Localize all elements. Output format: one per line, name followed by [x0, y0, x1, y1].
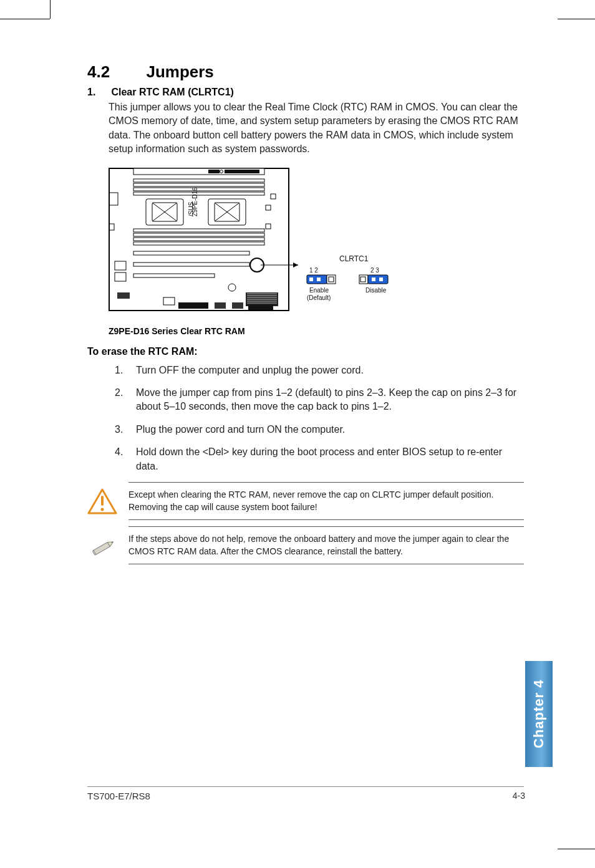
caution-icon — [87, 488, 117, 514]
svg-rect-0 — [109, 168, 289, 311]
svg-rect-59 — [372, 277, 375, 281]
step-num: 1. — [115, 364, 136, 377]
svg-rect-28 — [115, 272, 126, 281]
svg-rect-27 — [115, 261, 126, 270]
step-num: 3. — [115, 423, 136, 436]
crop-mark — [558, 19, 595, 19]
svg-rect-22 — [109, 193, 118, 205]
svg-rect-8 — [133, 192, 264, 195]
step-text: Move the jumper cap from pins 1–2 (defau… — [136, 386, 524, 414]
item-number: 1. — [87, 87, 109, 98]
svg-rect-41 — [215, 302, 226, 309]
svg-rect-21 — [266, 224, 271, 229]
svg-text:(Default): (Default) — [307, 294, 331, 301]
caution-text: Except when clearing the RTC RAM, never … — [128, 482, 524, 520]
svg-text:2   3: 2 3 — [370, 267, 379, 274]
svg-text:Disable: Disable — [365, 287, 387, 294]
svg-point-64 — [101, 508, 104, 511]
svg-rect-57 — [368, 275, 388, 284]
figure-caption: Z9PE-D16 Series Clear RTC RAM — [109, 326, 524, 336]
step-num: 4. — [115, 445, 136, 473]
section-title: Jumpers — [146, 62, 213, 81]
svg-rect-49 — [327, 275, 336, 284]
svg-rect-42 — [232, 302, 243, 309]
svg-text:Z9PE-D16: Z9PE-D16 — [191, 186, 198, 216]
motherboard-diagram: /SUS Z9PE-D16 — [109, 168, 524, 336]
note-text: If the steps above do not help, remove t… — [128, 526, 524, 564]
svg-rect-9 — [133, 229, 264, 232]
section-number: 4.2 — [87, 62, 143, 82]
svg-rect-25 — [133, 263, 249, 266]
svg-rect-26 — [133, 274, 215, 277]
svg-rect-12 — [133, 242, 264, 245]
svg-rect-5 — [133, 179, 264, 182]
svg-rect-23 — [109, 224, 114, 230]
footer-product: TS700-E7/RS8 — [87, 791, 150, 801]
svg-rect-51 — [317, 277, 321, 281]
crop-mark — [0, 19, 50, 19]
erase-steps: 1.Turn OFF the computer and unplug the p… — [115, 364, 524, 473]
svg-rect-50 — [309, 277, 313, 281]
note-callout: If the steps above do not help, remove t… — [87, 526, 524, 564]
footer-rule — [87, 786, 524, 787]
item-body: This jumper allows you to clear the Real… — [109, 100, 524, 157]
svg-rect-38 — [117, 292, 130, 299]
svg-rect-39 — [163, 297, 175, 305]
chapter-tab: Chapter 4 — [525, 661, 553, 767]
svg-rect-6 — [133, 183, 264, 186]
svg-rect-19 — [266, 205, 271, 210]
step-text: Turn OFF the computer and unplug the pow… — [136, 364, 524, 377]
svg-rect-10 — [133, 233, 264, 236]
svg-point-30 — [228, 284, 236, 291]
svg-text:1   2: 1 2 — [309, 267, 318, 274]
svg-rect-60 — [379, 277, 383, 281]
step-num: 2. — [115, 386, 136, 414]
svg-rect-63 — [101, 496, 104, 506]
svg-rect-3 — [225, 170, 259, 173]
svg-marker-45 — [293, 263, 298, 268]
page-content: 4.2 Jumpers 1. Clear RTC RAM (CLRTC1) Th… — [87, 62, 524, 568]
footer-page-number: 4-3 — [513, 791, 525, 801]
svg-rect-20 — [271, 194, 276, 199]
svg-rect-43 — [248, 305, 273, 310]
svg-rect-24 — [133, 251, 249, 255]
svg-text:Enable: Enable — [309, 287, 329, 294]
svg-rect-2 — [208, 170, 220, 173]
step-text: Plug the power cord and turn ON the comp… — [136, 423, 524, 436]
svg-rect-7 — [133, 188, 264, 191]
svg-rect-40 — [178, 302, 208, 309]
item-heading: Clear RTC RAM (CLRTC1) — [111, 87, 233, 97]
erase-heading: To erase the RTC RAM: — [87, 346, 524, 357]
crop-mark — [558, 849, 595, 849]
svg-rect-11 — [133, 238, 264, 241]
step-text: Hold down the <Del> key during the boot … — [136, 445, 524, 473]
crop-mark — [50, 0, 51, 19]
caution-callout: Except when clearing the RTC RAM, never … — [87, 482, 524, 520]
pencil-icon — [87, 535, 117, 561]
svg-text:CLRTC1: CLRTC1 — [339, 254, 369, 263]
